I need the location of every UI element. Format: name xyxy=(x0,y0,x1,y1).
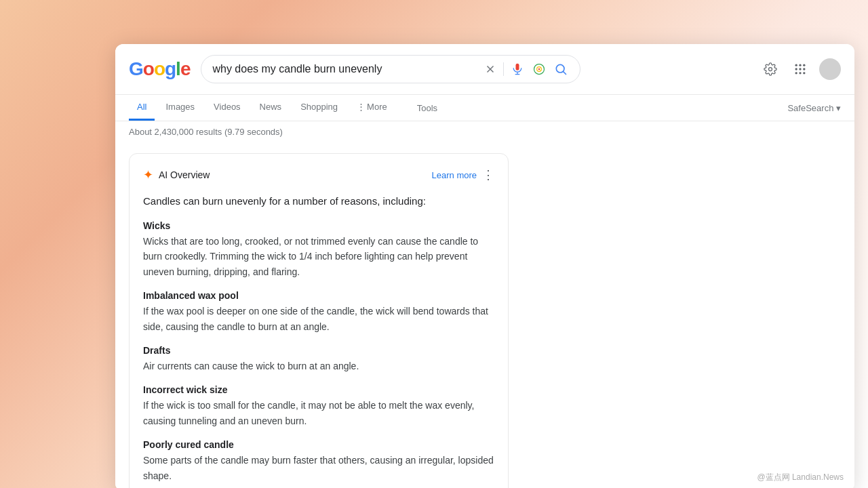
tab-more[interactable]: ⋮ More xyxy=(349,95,395,121)
google-logo[interactable]: G o o g l e xyxy=(129,58,190,80)
svg-point-15 xyxy=(799,68,801,70)
results-info: About 2,430,000 results (9.79 seconds) xyxy=(115,121,854,142)
ai-section-imbalanced-wax: Imbalanced wax pool If the wax pool is d… xyxy=(143,290,494,334)
svg-rect-2 xyxy=(516,64,519,70)
svg-point-19 xyxy=(803,72,805,74)
logo-letter-o2: o xyxy=(154,58,165,80)
svg-point-11 xyxy=(795,64,797,66)
more-dots-icon: ⋮ xyxy=(357,102,366,112)
tab-videos[interactable]: Videos xyxy=(205,95,249,121)
svg-point-14 xyxy=(795,68,797,70)
ai-intro-text: Candles can burn unevenly for a number o… xyxy=(143,193,494,209)
ai-section-body-drafts: Air currents can cause the wick to burn … xyxy=(143,359,494,373)
logo-letter-g1: G xyxy=(129,58,143,80)
ai-section-title-wick-size: Incorrect wick size xyxy=(143,384,494,395)
ai-overview-card: ✦ AI Overview Learn more ⋮ Candles can b… xyxy=(129,153,509,488)
ai-section-wicks: Wicks Wicks that are too long, crooked, … xyxy=(143,220,494,279)
footer-watermark: @蓝点网 Landian.News xyxy=(757,472,844,483)
svg-point-7 xyxy=(538,68,540,70)
ai-section-body-wax: If the wax pool is deeper on one side of… xyxy=(143,304,494,334)
svg-point-16 xyxy=(803,68,805,70)
logo-letter-e: e xyxy=(180,58,191,80)
settings-icon-button[interactable] xyxy=(760,58,781,80)
tab-shopping[interactable]: Shopping xyxy=(292,95,346,121)
svg-point-17 xyxy=(795,72,797,74)
nav-tabs: All Images Videos News Shopping ⋮ More T… xyxy=(115,95,854,121)
ai-section-title-drafts: Drafts xyxy=(143,345,494,356)
ai-section-wick-size: Incorrect wick size If the wick is too s… xyxy=(143,384,494,428)
tab-all[interactable]: All xyxy=(129,95,155,121)
search-input[interactable]: why does my candle burn unevenly xyxy=(212,63,477,75)
safe-search-label[interactable]: SafeSearch ▾ xyxy=(787,103,841,113)
learn-more-button[interactable]: Learn more xyxy=(432,170,477,180)
clear-search-button[interactable] xyxy=(483,62,498,77)
voice-search-button[interactable] xyxy=(509,61,526,77)
svg-point-18 xyxy=(799,72,801,74)
logo-letter-o1: o xyxy=(143,58,154,80)
ai-overview-title: ✦ AI Overview xyxy=(143,167,210,182)
ai-section-body-wicks: Wicks that are too long, crooked, or not… xyxy=(143,234,494,279)
logo-letter-g2: g xyxy=(165,58,176,80)
header-right xyxy=(760,58,841,80)
header: G o o g l e why does my candle burn unev… xyxy=(115,44,854,95)
ai-overview-label: AI Overview xyxy=(159,169,210,180)
tab-images[interactable]: Images xyxy=(157,95,203,121)
ai-section-body-poorly-cured: Some parts of the candle may burn faster… xyxy=(143,453,494,483)
tab-news[interactable]: News xyxy=(252,95,290,121)
svg-point-13 xyxy=(803,64,805,66)
svg-line-9 xyxy=(564,72,566,75)
tools-button[interactable]: Tools xyxy=(409,98,446,119)
ai-section-title-wax: Imbalanced wax pool xyxy=(143,290,494,301)
svg-point-10 xyxy=(769,68,772,71)
more-options-icon[interactable]: ⋮ xyxy=(482,167,494,182)
search-submit-button[interactable] xyxy=(553,61,569,77)
ai-section-body-wick-size: If the wick is too small for the candle,… xyxy=(143,398,494,428)
ai-overview-actions: Learn more ⋮ xyxy=(432,167,494,182)
apps-icon-button[interactable] xyxy=(789,58,811,80)
browser-window: G o o g l e why does my candle burn unev… xyxy=(115,44,854,488)
watermark-link[interactable]: @蓝点网 Landian.News xyxy=(757,472,844,482)
avatar[interactable] xyxy=(819,58,841,80)
ai-section-title-poorly-cured: Poorly cured candle xyxy=(143,439,494,450)
search-divider xyxy=(503,62,504,76)
main-content: ✦ AI Overview Learn more ⋮ Candles can b… xyxy=(115,142,854,488)
svg-point-12 xyxy=(799,64,801,66)
lens-search-button[interactable] xyxy=(531,61,547,77)
ai-star-icon: ✦ xyxy=(143,167,153,182)
ai-overview-header: ✦ AI Overview Learn more ⋮ xyxy=(143,167,494,182)
search-box: why does my candle burn unevenly xyxy=(201,55,580,83)
ai-section-title-wicks: Wicks xyxy=(143,220,494,231)
ai-section-poorly-cured: Poorly cured candle Some parts of the ca… xyxy=(143,439,494,483)
logo-letter-l: l xyxy=(176,58,180,80)
ai-section-drafts: Drafts Air currents can cause the wick t… xyxy=(143,345,494,373)
